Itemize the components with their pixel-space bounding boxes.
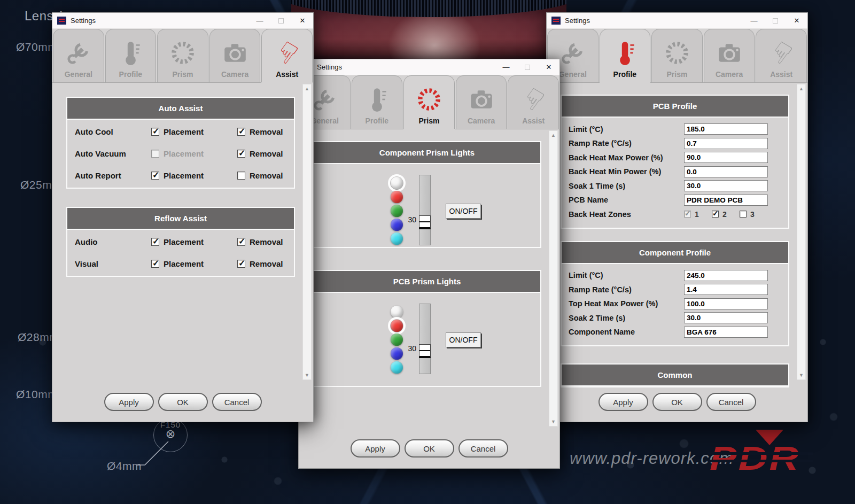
pcb-prism-lights-section: PCB Prism Lights 30 ON/OFF (313, 270, 541, 387)
component-ramp-rate-input[interactable] (684, 284, 768, 295)
tab-profile[interactable]: Profile (600, 29, 651, 82)
apply-button[interactable]: Apply (598, 393, 648, 411)
onoff-button[interactable]: ON/OFF (446, 204, 481, 219)
section-header: PCB Prism Lights (314, 271, 540, 293)
dotted-circle-icon (169, 36, 196, 70)
cancel-button[interactable]: Cancel (458, 439, 508, 458)
component-name-input[interactable] (684, 327, 768, 338)
field-row: Back Heat Max Power (%) (562, 152, 788, 164)
maximize-button[interactable] (270, 13, 292, 28)
soak-1-time-input[interactable] (684, 180, 768, 191)
tab-assist[interactable]: ☟ Assist (756, 29, 807, 82)
soak-2-time-input[interactable] (684, 312, 768, 323)
top-heat-max-power-input[interactable] (684, 298, 768, 309)
auto-report-row: Auto Report Placement Removal (67, 165, 294, 187)
scrollbar[interactable]: ▲ ▼ (549, 130, 558, 427)
ok-button[interactable]: OK (158, 393, 208, 411)
minimize-button[interactable]: — (743, 13, 765, 28)
pointing-hand-icon: ☟ (525, 82, 542, 117)
cancel-button[interactable]: Cancel (706, 393, 756, 411)
field-row: Component Name (562, 327, 788, 338)
removal-checkbox[interactable] (237, 260, 245, 268)
titlebar[interactable]: Settings — ✕ (547, 13, 807, 29)
close-button[interactable]: ✕ (786, 13, 807, 28)
tab-camera[interactable]: Camera (456, 75, 507, 129)
brightness-slider[interactable] (419, 304, 431, 374)
removal-checkbox[interactable] (237, 238, 245, 246)
cancel-button[interactable]: Cancel (212, 393, 262, 411)
placement-checkbox[interactable] (151, 238, 159, 246)
tab-profile[interactable]: Profile (105, 29, 157, 82)
audio-row: Audio Placement Removal (67, 231, 294, 253)
auto-assist-section: Auto Assist Auto Cool Placement Removal … (66, 97, 295, 189)
scroll-down-icon[interactable]: ▼ (797, 373, 805, 378)
ok-button[interactable]: OK (405, 439, 454, 458)
placement-checkbox[interactable] (151, 150, 159, 158)
scrollbar[interactable]: ▲ ▼ (797, 84, 806, 380)
placement-checkbox[interactable] (151, 172, 159, 180)
leader-line (136, 434, 174, 467)
cyan-light-button[interactable] (391, 361, 403, 374)
scrollbar[interactable]: ▲ ▼ (302, 84, 312, 380)
brightness-slider[interactable] (419, 175, 431, 245)
scroll-up-icon[interactable]: ▲ (303, 86, 311, 91)
scroll-up-icon[interactable]: ▲ (797, 86, 805, 91)
tab-assist[interactable]: ☟ Assist (261, 29, 313, 82)
minimize-button[interactable]: — (495, 59, 517, 75)
limit-input[interactable] (684, 123, 768, 135)
tab-prism[interactable]: Prism (651, 29, 703, 82)
tab-general[interactable]: General (53, 29, 104, 82)
removal-checkbox[interactable] (237, 150, 245, 158)
back-heat-max-power-input[interactable] (684, 152, 768, 163)
ok-button[interactable]: OK (652, 393, 702, 411)
scroll-down-icon[interactable]: ▼ (549, 419, 557, 424)
back-heat-min-power-input[interactable] (684, 166, 768, 177)
scroll-up-icon[interactable]: ▲ (549, 133, 557, 138)
tab-profile[interactable]: Profile (352, 75, 403, 129)
ramp-rate-input[interactable] (684, 138, 768, 149)
component-profile-section: Component Profile Limit (°C) Ramp Rate (… (561, 241, 789, 347)
maximize-button[interactable] (517, 59, 538, 75)
pointing-hand-icon: ☟ (773, 36, 790, 70)
removal-checkbox[interactable] (237, 128, 245, 136)
section-header: Component Prism Lights (314, 142, 540, 164)
zone-1-checkbox[interactable] (684, 211, 691, 218)
brightness-value: 30 (398, 215, 416, 224)
red-light-button[interactable] (391, 191, 403, 203)
zone-3-checkbox[interactable] (740, 211, 747, 218)
placement-checkbox[interactable] (151, 128, 159, 136)
red-light-button[interactable] (391, 320, 403, 332)
removal-checkbox[interactable] (237, 172, 245, 180)
tab-prism[interactable]: Prism (403, 75, 455, 129)
zone-2-checkbox[interactable] (712, 211, 719, 218)
tab-bar: General Profile Prism (52, 29, 313, 83)
titlebar[interactable]: Settings — ✕ (52, 13, 313, 29)
auto-cool-row: Auto Cool Placement Removal (67, 121, 294, 143)
titlebar[interactable]: Settings — ✕ (299, 59, 559, 75)
tab-assist[interactable]: ☟ Assist (508, 75, 559, 129)
tab-prism[interactable]: Prism (157, 29, 208, 82)
field-row: Soak 2 Time (s) (562, 312, 788, 324)
cyan-light-button[interactable] (391, 232, 403, 245)
component-prism-lights-section: Component Prism Lights 30 ON/OFF (313, 141, 541, 248)
apply-button[interactable]: Apply (351, 439, 400, 458)
apply-button[interactable]: Apply (104, 393, 154, 411)
tab-camera[interactable]: Camera (704, 29, 755, 82)
slider-handle[interactable] (419, 344, 431, 358)
auto-vacuum-row: Auto Vacuum Placement Removal (67, 143, 294, 165)
window-title: Settings (565, 17, 590, 25)
minimize-button[interactable]: — (249, 13, 270, 28)
maximize-button[interactable] (765, 13, 786, 28)
thermometer-icon (117, 36, 144, 70)
pcb-name-input[interactable] (684, 195, 768, 206)
component-limit-input[interactable] (684, 270, 768, 281)
close-button[interactable]: ✕ (538, 59, 559, 75)
placement-checkbox[interactable] (151, 260, 159, 268)
onoff-button[interactable]: ON/OFF (446, 332, 481, 347)
white-light-button[interactable] (391, 177, 403, 189)
white-light-button[interactable] (391, 306, 403, 318)
tab-camera[interactable]: Camera (209, 29, 261, 82)
scroll-down-icon[interactable]: ▼ (303, 373, 311, 378)
slider-handle[interactable] (419, 215, 431, 229)
close-button[interactable]: ✕ (292, 13, 313, 28)
